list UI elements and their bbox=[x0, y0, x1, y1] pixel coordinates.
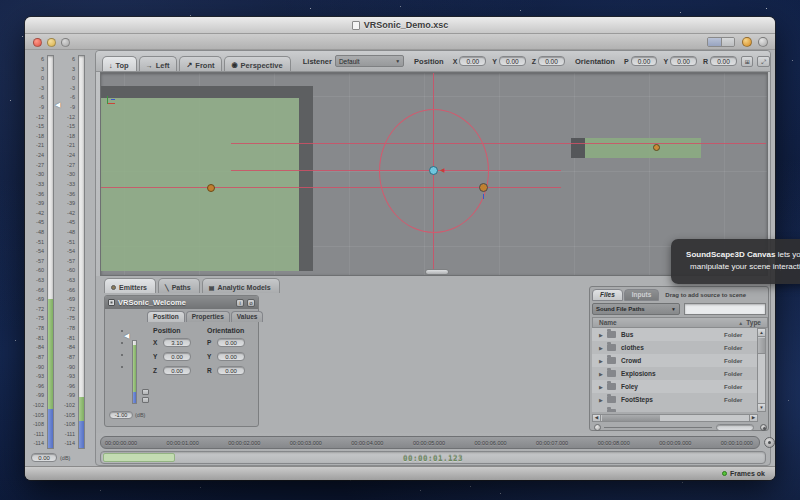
sound-file-folder-dropdown[interactable]: Sound File Paths ▼ bbox=[592, 303, 680, 315]
disclosure-icon[interactable]: ▶ bbox=[599, 397, 607, 403]
disclosure-icon[interactable]: ▶ bbox=[599, 384, 607, 390]
table-row[interactable]: ▶ Explosions Folder bbox=[592, 367, 758, 380]
tab-properties[interactable]: Properties bbox=[186, 311, 230, 322]
title-bar[interactable]: VRSonic_Demo.xsc bbox=[25, 17, 775, 34]
position-x-field[interactable]: 0.00 bbox=[459, 56, 486, 66]
volume-value-box[interactable] bbox=[716, 424, 754, 431]
p-label: P bbox=[624, 58, 629, 65]
disclosure-icon[interactable]: ▶ bbox=[599, 410, 607, 413]
emitter-orientation-p-field[interactable]: 0.00 bbox=[217, 338, 245, 347]
file-table-header[interactable]: Name ▲ Type bbox=[592, 317, 768, 328]
tab-perspective-view[interactable]: ◉ Perspective bbox=[224, 56, 290, 71]
position-y-field[interactable]: 0.00 bbox=[499, 56, 526, 66]
position-z-field[interactable]: 0.00 bbox=[538, 56, 565, 66]
table-row-partial[interactable]: ▶ bbox=[592, 406, 758, 412]
toolbar-segmented-control[interactable] bbox=[707, 37, 735, 47]
tab-inputs[interactable]: Inputs bbox=[624, 289, 660, 301]
emitter-handle-1[interactable] bbox=[207, 184, 215, 192]
table-row[interactable]: ▶ clothes Folder bbox=[592, 341, 758, 354]
segment-left[interactable] bbox=[708, 38, 722, 46]
volume-slider-knob[interactable] bbox=[594, 424, 601, 431]
table-row[interactable]: ▶ Crowd Folder bbox=[592, 354, 758, 367]
volume-slider-track[interactable] bbox=[604, 427, 712, 428]
vertical-scrollbar[interactable]: ▲ ▼ bbox=[757, 328, 766, 412]
axis-gizmo-x bbox=[107, 103, 115, 104]
toolbar-round-button-gray[interactable] bbox=[758, 37, 768, 47]
file-filter-input[interactable] bbox=[684, 303, 766, 315]
emitter-enable-checkbox[interactable] bbox=[108, 299, 115, 306]
speaker-icon[interactable] bbox=[760, 424, 767, 431]
scroll-down-icon[interactable]: ▼ bbox=[758, 403, 765, 411]
disclosure-icon[interactable]: ▶ bbox=[599, 371, 607, 377]
pan-view-icon[interactable]: ⤢ bbox=[757, 56, 770, 67]
emitter-handle-2[interactable] bbox=[479, 183, 488, 192]
horizontal-scrollbar[interactable]: ◀ ▶ bbox=[592, 414, 758, 422]
disclosure-icon[interactable]: ▶ bbox=[599, 358, 607, 364]
zoom-button[interactable] bbox=[61, 38, 70, 47]
meter-option-button-2[interactable] bbox=[142, 397, 149, 403]
table-row[interactable]: ▶ Foley Folder bbox=[592, 380, 758, 393]
speaker-box-left-wall[interactable] bbox=[571, 138, 585, 158]
tab-files[interactable]: Files bbox=[592, 289, 623, 301]
master-gain-value[interactable]: 0.00 bbox=[31, 453, 57, 462]
orientation-r-field[interactable]: 0.00 bbox=[710, 56, 737, 66]
scroll-left-icon[interactable]: ◀ bbox=[593, 415, 601, 421]
emitter-gain-slider-handle[interactable]: ◀ bbox=[124, 332, 129, 340]
front-view-icon: ↗ bbox=[186, 61, 192, 69]
column-name[interactable]: Name bbox=[599, 319, 617, 326]
scroll-right-icon[interactable]: ▶ bbox=[749, 415, 757, 421]
table-row[interactable]: ▶ FootSteps Folder bbox=[592, 393, 758, 406]
speaker-box[interactable] bbox=[585, 138, 701, 158]
emitter-position-y-field[interactable]: 0.00 bbox=[163, 352, 191, 361]
scrollbar-thumb[interactable] bbox=[602, 415, 660, 421]
emitter-gain-slider-track[interactable] bbox=[121, 330, 123, 370]
emitter-panel-header[interactable]: VRSonic_Welcome i o bbox=[105, 296, 258, 309]
scrollbar-thumb[interactable] bbox=[758, 338, 765, 354]
db-scale-label: -108 bbox=[62, 422, 75, 428]
column-type[interactable]: Type bbox=[746, 319, 761, 326]
orientation-p-field[interactable]: 0.00 bbox=[631, 56, 658, 66]
minimize-button[interactable] bbox=[47, 38, 56, 47]
orientation-y-field[interactable]: 0.00 bbox=[670, 56, 697, 66]
scroll-up-icon[interactable]: ▲ bbox=[758, 329, 765, 337]
gain-slider-handle-icon[interactable]: ◀ bbox=[55, 101, 60, 108]
listener-handle[interactable] bbox=[429, 166, 438, 175]
disclosure-icon[interactable]: ▶ bbox=[599, 345, 607, 351]
tab-values[interactable]: Values bbox=[231, 311, 264, 322]
room-box[interactable] bbox=[101, 98, 299, 271]
tab-top-view[interactable]: ↓ Top bbox=[102, 56, 137, 71]
toolbar-round-button-amber[interactable] bbox=[742, 37, 752, 47]
emitter-gain-value[interactable]: -1.00 bbox=[109, 411, 133, 419]
disclosure-icon[interactable]: ▶ bbox=[599, 332, 607, 338]
tab-left-view[interactable]: → Left bbox=[139, 56, 178, 71]
listener-dropdown[interactable]: Default ▼ bbox=[335, 55, 404, 67]
close-button[interactable] bbox=[33, 38, 42, 47]
timeline-track[interactable]: 00:00:01.123 bbox=[100, 451, 766, 464]
timeline-ruler[interactable]: 00:00:00.00000:00:01.00000:00:02.00000:0… bbox=[100, 436, 760, 449]
segment-right[interactable] bbox=[722, 38, 735, 46]
emitter-orientation-r-field[interactable]: 0.00 bbox=[217, 366, 245, 375]
canvas-scrollbar-thumb[interactable] bbox=[425, 269, 449, 275]
emitter-position-x-field[interactable]: 3.10 bbox=[163, 338, 191, 347]
db-unit-label: (dB) bbox=[135, 412, 145, 418]
table-row[interactable]: ▶ Bus Folder bbox=[592, 328, 758, 341]
tab-paths[interactable]: ╲ Paths bbox=[158, 278, 200, 293]
room-box-top-wall[interactable] bbox=[101, 86, 313, 98]
room-box-right-wall[interactable] bbox=[299, 98, 313, 271]
scene-canvas[interactable]: ◀ bbox=[100, 72, 768, 276]
record-icon[interactable] bbox=[764, 437, 775, 448]
tab-front-view[interactable]: ↗ Front bbox=[179, 56, 222, 71]
info-icon[interactable]: i bbox=[236, 299, 244, 307]
meter-option-button-1[interactable] bbox=[142, 389, 149, 395]
tab-emitters[interactable]: Emitters bbox=[104, 278, 156, 293]
preview-volume-control bbox=[592, 424, 768, 432]
tab-analytic-models[interactable]: ▤ Analytic Models bbox=[202, 278, 280, 293]
options-icon[interactable]: o bbox=[247, 299, 255, 307]
audio-clip[interactable] bbox=[103, 453, 175, 462]
emitter-handle-3[interactable] bbox=[653, 144, 660, 151]
emitter-orientation-y-field[interactable]: 0.00 bbox=[217, 352, 245, 361]
emitter-position-z-field[interactable]: 0.00 bbox=[163, 366, 191, 375]
tab-position[interactable]: Position bbox=[147, 311, 185, 322]
file-name: FootSteps bbox=[621, 396, 724, 403]
fit-view-icon[interactable]: ⊞ bbox=[741, 56, 754, 67]
